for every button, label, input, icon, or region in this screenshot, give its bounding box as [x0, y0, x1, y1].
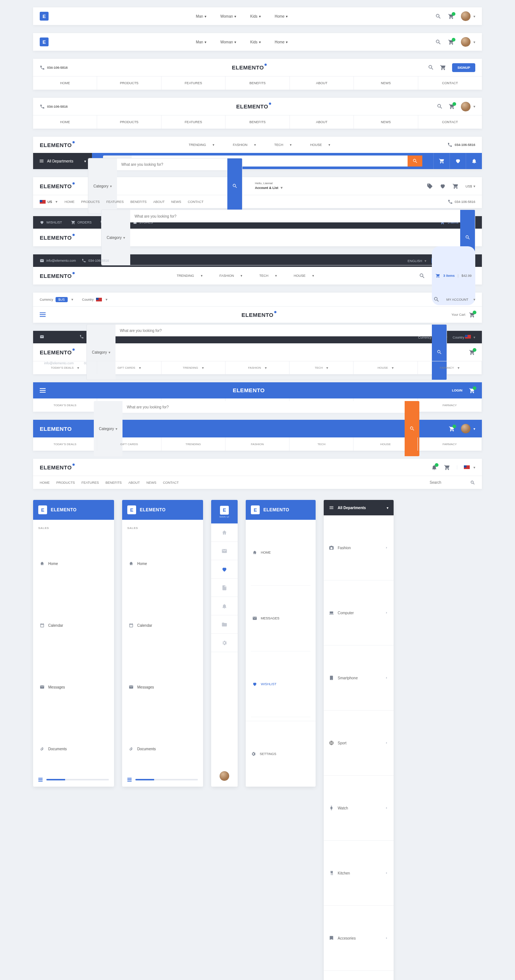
nav-man[interactable]: Man▾: [196, 40, 206, 44]
nav-home[interactable]: Home▾: [275, 14, 288, 18]
cart-icon[interactable]: [444, 464, 450, 471]
tab-item[interactable]: TODAY'S DEALS: [33, 438, 97, 451]
nav-item[interactable]: ABOUT: [128, 481, 140, 485]
logo-icon[interactable]: E: [40, 38, 49, 46]
nav-item[interactable]: ABOUT: [153, 200, 164, 204]
all-departments-button[interactable]: All Departments▾: [33, 153, 92, 169]
nav-item[interactable]: ABOUT: [290, 76, 354, 90]
departments-header[interactable]: All Departments▾: [324, 500, 394, 515]
department-item[interactable]: Accesories: [324, 906, 394, 971]
nav-item[interactable]: CONTACT: [418, 76, 482, 90]
search-icon[interactable]: [435, 39, 442, 45]
nav-item[interactable]: BENEFITS: [105, 481, 122, 485]
cart-button[interactable]: [469, 312, 475, 318]
logo[interactable]: ELEMENTO: [40, 426, 72, 432]
logo[interactable]: ELEMENTO: [233, 387, 265, 393]
nav-item[interactable]: CONTACT: [418, 115, 482, 129]
tab-item[interactable]: GIFT CARDS: [97, 438, 161, 451]
tab-item[interactable]: HOUSE▾: [354, 361, 418, 374]
nav-item[interactable]: PRODUCTS: [56, 481, 75, 485]
nav-item[interactable]: FEATURES: [161, 115, 225, 129]
department-item[interactable]: Health & Beauty: [324, 971, 394, 980]
logo-icon[interactable]: E: [40, 12, 49, 21]
nav-item[interactable]: NEWS: [171, 200, 181, 204]
logo[interactable]: ELEMENTO: [40, 142, 72, 148]
department-item[interactable]: Sport: [324, 711, 394, 776]
tab-item[interactable]: FASHION: [225, 438, 290, 451]
nav-item[interactable]: NEWS: [354, 115, 418, 129]
logo[interactable]: ELEMENTO: [40, 273, 72, 279]
logo[interactable]: ELEMENTO: [241, 312, 273, 318]
user-menu[interactable]: ▾: [461, 11, 475, 21]
nav-home[interactable]: Home▾: [275, 40, 288, 44]
category-item[interactable]: TECH▾: [274, 143, 292, 147]
tab-item[interactable]: TECH: [290, 438, 354, 451]
logo[interactable]: ELEMENTO: [236, 103, 268, 110]
sidebar-item[interactable]: Home: [38, 533, 109, 594]
logo[interactable]: ELEMENTO: [40, 464, 72, 471]
signup-button[interactable]: SIGNUP: [452, 63, 475, 72]
tab-item[interactable]: FARMACY: [418, 398, 482, 412]
nav-man[interactable]: Man▾: [196, 14, 206, 18]
search-icon[interactable]: [435, 13, 442, 19]
nav-item[interactable]: NEWS: [354, 76, 418, 90]
nav-item[interactable]: BENEFITS: [225, 76, 290, 90]
country-select[interactable]: Country ▾: [453, 335, 475, 339]
nav-item[interactable]: PRODUCTS: [97, 76, 161, 90]
user-menu[interactable]: ▾: [461, 102, 475, 111]
category-item[interactable]: HOUSE▾: [310, 143, 330, 147]
sidebar-item[interactable]: Wishlist: [251, 651, 311, 717]
category-item[interactable]: FASHION▾: [220, 274, 243, 278]
notifications-icon[interactable]: [431, 464, 437, 471]
tab-item[interactable]: FASHION▾: [225, 361, 290, 374]
department-item[interactable]: Fashion: [324, 515, 394, 581]
logo[interactable]: ELEMENTO: [40, 349, 72, 355]
cart-icon[interactable]: [440, 64, 446, 71]
cart-icon[interactable]: [433, 153, 450, 169]
search-icon[interactable]: [470, 480, 475, 485]
nav-item[interactable]: FEATURES: [161, 76, 225, 90]
search-input[interactable]: [123, 401, 405, 413]
notifications-icon[interactable]: [466, 153, 482, 169]
search-input[interactable]: [115, 325, 432, 336]
category-item[interactable]: HOUSE▾: [294, 274, 314, 278]
nav-item[interactable]: FEATURES: [82, 481, 99, 485]
search-icon[interactable]: [437, 103, 443, 110]
currency-select[interactable]: Currency$US▾: [40, 297, 73, 302]
cart-button[interactable]: [469, 349, 475, 355]
category-item[interactable]: TRENDING▾: [189, 143, 214, 147]
country-flag[interactable]: ▾: [457, 465, 475, 469]
email-link[interactable]: info@elemento.com: [40, 309, 73, 365]
tab-item[interactable]: FARMACY▾: [418, 361, 482, 374]
sidebar-item[interactable]: Documents: [38, 718, 109, 773]
collapse-icon[interactable]: [127, 778, 132, 781]
search-input[interactable]: [130, 210, 460, 223]
department-item[interactable]: Smartphone: [324, 646, 394, 711]
category-item[interactable]: TECH▾: [259, 274, 277, 278]
department-item[interactable]: Computer: [324, 581, 394, 646]
tab-item[interactable]: TECH▾: [290, 361, 354, 374]
settings-link[interactable]: SETTINGS: [260, 752, 276, 756]
sidebar-item[interactable]: Messages: [127, 656, 198, 718]
search-icon[interactable]: [419, 273, 425, 279]
logo[interactable]: ELEMENTO: [232, 64, 264, 71]
sidebar-item[interactable]: HOME: [251, 520, 311, 585]
heart-icon[interactable]: [440, 183, 446, 189]
search-icon[interactable]: [433, 296, 440, 302]
nav-item[interactable]: HOME: [40, 481, 49, 485]
nav-item[interactable]: HOME: [33, 115, 97, 129]
tab-item[interactable]: HOUSE: [354, 438, 418, 451]
search-button[interactable]: [227, 158, 242, 213]
user-menu[interactable]: ▾: [461, 424, 475, 433]
category-item[interactable]: TRENDING▾: [177, 274, 203, 278]
nav-woman[interactable]: Woman▾: [220, 40, 236, 44]
user-menu[interactable]: ▾: [461, 37, 475, 47]
country-select[interactable]: Country▾: [82, 298, 107, 301]
tab-item[interactable]: GIFT CARDS▾: [97, 361, 161, 374]
sidebar-item[interactable]: Documents: [127, 718, 198, 773]
collapse-icon[interactable]: [38, 778, 43, 781]
nav-item[interactable]: HOME: [33, 76, 97, 90]
my-account-link[interactable]: MY ACCOUNT▾: [446, 298, 475, 301]
account-link[interactable]: Hello, Lianna! Account & List ▾: [255, 181, 282, 191]
cart-text[interactable]: Your Cart: [451, 313, 466, 317]
